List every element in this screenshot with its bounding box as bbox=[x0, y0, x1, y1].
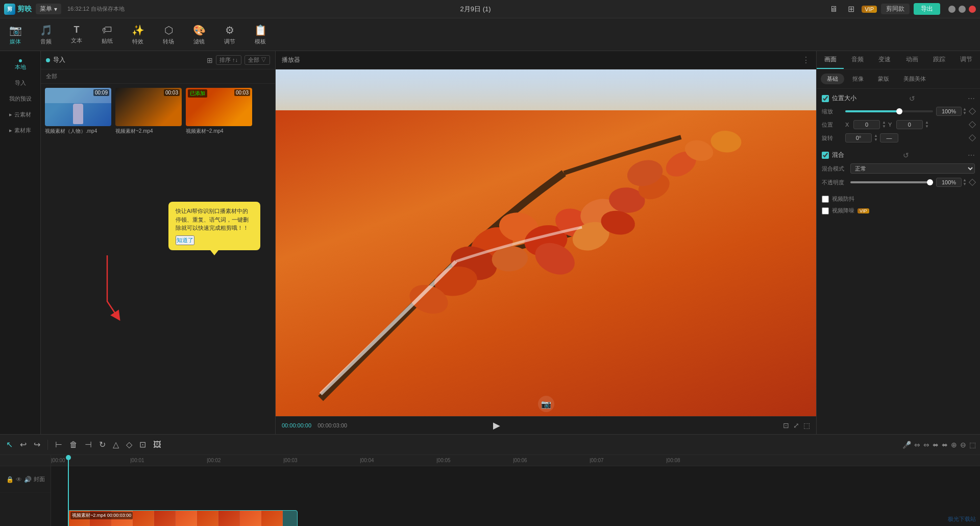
x-value-input[interactable] bbox=[853, 120, 880, 129]
audio-btn[interactable]: △ bbox=[111, 439, 121, 450]
split-btn[interactable]: ⊢ bbox=[53, 439, 64, 450]
opacity-keyframe-btn[interactable] bbox=[969, 179, 976, 186]
tool-effect[interactable]: ✨ 特效 bbox=[129, 24, 147, 45]
position-size-checkbox[interactable] bbox=[822, 95, 829, 102]
expand-btn[interactable]: ⬚ bbox=[803, 421, 810, 429]
tool-sticker[interactable]: 🏷 贴纸 bbox=[98, 24, 116, 45]
tab-animation[interactable]: 动画 bbox=[898, 51, 925, 69]
track-audio-btn[interactable]: 🔊 bbox=[24, 476, 32, 483]
video-stab-checkbox[interactable] bbox=[822, 196, 829, 203]
filter-all[interactable]: 全部 bbox=[46, 73, 57, 79]
filter-icon: 🎨 bbox=[193, 24, 206, 36]
sidebar-item-local[interactable]: 本地 bbox=[0, 55, 40, 75]
tl-tool3[interactable]: ⬌ bbox=[933, 441, 939, 449]
fullscreen-btn[interactable]: ⤢ bbox=[793, 421, 799, 429]
sidebar-item-preset[interactable]: 我的预设 bbox=[0, 91, 40, 107]
rotation-keyframe-btn[interactable] bbox=[969, 134, 976, 141]
tl-tool2[interactable]: ⇔ bbox=[923, 441, 929, 449]
position-keyframe-btn[interactable] bbox=[969, 121, 976, 128]
sub-tab-mask[interactable]: 蒙版 bbox=[872, 74, 895, 84]
sort-button[interactable]: 排序 ↑↓ bbox=[216, 55, 241, 65]
select-tool-btn[interactable]: ↖ bbox=[4, 439, 15, 450]
tool-audio[interactable]: 🎵 音频 bbox=[37, 24, 55, 45]
tab-track[interactable]: 跟踪 bbox=[925, 51, 952, 69]
export-button[interactable]: 导出 bbox=[914, 3, 940, 15]
tool-media[interactable]: 📷 媒体 bbox=[6, 24, 24, 45]
minimize-button[interactable] bbox=[948, 6, 955, 13]
zoom-thumb[interactable] bbox=[896, 108, 902, 114]
blend-reset-btn[interactable]: ↺ bbox=[903, 151, 909, 159]
zoom-value-input[interactable] bbox=[936, 107, 962, 116]
tl-tool5[interactable]: ⊕ bbox=[951, 441, 957, 449]
tl-tool6[interactable]: ⊖ bbox=[960, 441, 966, 449]
rotate-btn[interactable]: ↻ bbox=[97, 439, 108, 450]
diamond-btn[interactable]: ◇ bbox=[124, 439, 134, 450]
opacity-value-input[interactable] bbox=[936, 178, 962, 187]
rotation-option-input[interactable] bbox=[880, 133, 898, 142]
sub-tab-key[interactable]: 抠像 bbox=[846, 74, 870, 84]
tl-tool7[interactable]: ⬚ bbox=[969, 441, 976, 449]
tool-transition[interactable]: ⬡ 转场 bbox=[159, 24, 178, 45]
settings-icon-btn[interactable]: 🖥 bbox=[826, 4, 841, 15]
maximize-button[interactable] bbox=[959, 6, 966, 13]
grid-view-btn[interactable]: ⊞ bbox=[207, 56, 213, 64]
blend-mode-select[interactable]: 正常 bbox=[850, 163, 975, 174]
trim-btn[interactable]: ⊣ bbox=[83, 439, 94, 450]
video-denoise-checkbox[interactable] bbox=[822, 207, 829, 214]
mic-btn[interactable]: 🎤 bbox=[902, 441, 911, 449]
all-filter-button[interactable]: 全部 ▽ bbox=[244, 55, 270, 65]
close-button[interactable] bbox=[969, 6, 976, 13]
screenshot-ctrl-btn[interactable]: ⊡ bbox=[783, 421, 789, 429]
tool-template[interactable]: 📋 模板 bbox=[251, 24, 270, 45]
track-visible-btn[interactable]: 👁 bbox=[16, 476, 22, 483]
zoom-keyframe-btn[interactable] bbox=[969, 108, 976, 115]
tab-color[interactable]: 调节 bbox=[953, 51, 980, 69]
grid-icon-btn[interactable]: ⊞ bbox=[845, 3, 857, 15]
tool-text[interactable]: T 文本 bbox=[67, 25, 86, 44]
blend-checkbox[interactable] bbox=[822, 152, 829, 159]
tool-adjust[interactable]: ⚙ 调节 bbox=[220, 24, 239, 45]
sidebar-item-import[interactable]: 导入 bbox=[0, 75, 40, 91]
media-item-1[interactable]: 00:09 视频素材（人物）.mp4 bbox=[45, 88, 111, 430]
redo-btn[interactable]: ↪ bbox=[32, 439, 42, 450]
delete-btn[interactable]: 🗑 bbox=[67, 439, 80, 450]
menu-button[interactable]: 菜单 ▾ bbox=[36, 4, 61, 14]
tab-audio[interactable]: 音频 bbox=[844, 51, 871, 69]
tab-screen[interactable]: 画面 bbox=[817, 51, 844, 69]
car-button[interactable]: 剪同款 bbox=[881, 4, 910, 14]
media-item-2[interactable]: 00:03 视频素材~2.mp4 bbox=[115, 88, 182, 430]
sidebar-item-cloud[interactable]: ▸ 云素材 bbox=[0, 107, 40, 123]
zoom-down-btn[interactable]: ▼ bbox=[963, 111, 967, 115]
filter-bar: 全部 bbox=[41, 69, 275, 84]
zoom-slider[interactable] bbox=[845, 110, 933, 112]
rotation-down-btn[interactable]: ▼ bbox=[874, 138, 878, 142]
y-down-btn[interactable]: ▼ bbox=[925, 125, 929, 129]
track-lock-btn[interactable]: 🔒 bbox=[6, 476, 14, 483]
play-button[interactable]: ▶ bbox=[493, 420, 500, 431]
y-value-input[interactable] bbox=[896, 120, 923, 129]
blend-more-btn[interactable]: ⋯ bbox=[968, 151, 975, 159]
tool-filter[interactable]: 🎨 滤镜 bbox=[190, 24, 208, 45]
sidebar-item-library[interactable]: ▸ 素材库 bbox=[0, 123, 40, 138]
tl-tool1[interactable]: ⇔ bbox=[914, 441, 920, 449]
rotation-value-input[interactable] bbox=[845, 133, 872, 142]
opacity-down-btn[interactable]: ▼ bbox=[963, 182, 967, 186]
position-reset-btn[interactable]: ↺ bbox=[909, 94, 915, 103]
camera-screenshot-btn[interactable]: 📷 bbox=[538, 396, 554, 412]
tl-tool4[interactable]: ⬌ bbox=[942, 441, 948, 449]
crop-btn[interactable]: ⊡ bbox=[137, 439, 148, 450]
sub-tab-basic[interactable]: 基础 bbox=[821, 74, 844, 84]
preview-menu-btn[interactable]: ⋮ bbox=[802, 55, 810, 65]
media-item-3[interactable]: 已添加 00:03 视频素材~2.mp4 bbox=[186, 88, 252, 430]
video-clip-1[interactable]: 视频素材~2.mp4 00:00:03:00 bbox=[68, 510, 298, 526]
tab-speed[interactable]: 变速 bbox=[871, 51, 898, 69]
sub-tab-beauty[interactable]: 美颜美体 bbox=[897, 74, 932, 84]
tooltip-confirm-btn[interactable]: 知道了 bbox=[176, 235, 194, 245]
opacity-thumb[interactable] bbox=[927, 179, 933, 185]
x-down-btn[interactable]: ▼ bbox=[882, 125, 886, 129]
video-stab-row: 视频防抖 bbox=[822, 195, 975, 203]
opacity-slider[interactable] bbox=[850, 181, 933, 183]
position-more-btn[interactable]: ⋯ bbox=[968, 94, 975, 103]
image-btn[interactable]: 🖼 bbox=[151, 439, 163, 450]
undo-btn[interactable]: ↩ bbox=[18, 439, 29, 450]
